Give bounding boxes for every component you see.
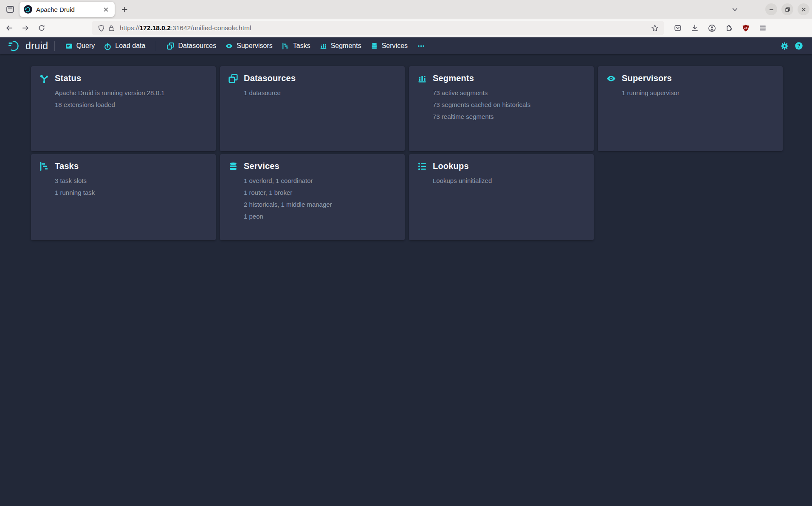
nav-item-load-data[interactable]: Load data [99,37,150,54]
card-line: 1 router, 1 broker [244,187,396,199]
druid-logo[interactable]: druid [8,39,48,52]
plus-icon [121,6,128,13]
nav-item-tasks[interactable]: Tasks [277,37,315,54]
forward-button[interactable] [19,21,32,35]
nav-item-label: Datasources [178,42,216,50]
tab-close-button[interactable] [101,5,110,14]
card-tasks[interactable]: Tasks 3 task slots 1 running task [31,154,216,240]
card-line: Apache Druid is running version 28.0.1 [55,87,207,99]
nav-item-datasources[interactable]: Datasources [162,37,221,54]
lock-warning-icon[interactable] [106,23,116,33]
eye-icon [606,74,616,83]
multi-select-icon [167,42,174,50]
chevron-down-icon [732,6,738,13]
downloads-button[interactable] [688,21,702,35]
firefox-view-button[interactable] [3,3,17,16]
bar-chart-icon [417,74,427,83]
navbar-divider [54,41,55,51]
settings-button[interactable] [777,39,792,53]
card-title: Segments [433,73,474,83]
database-icon [371,42,378,50]
minimize-icon [769,7,774,12]
card-status[interactable]: Status Apache Druid is running version 2… [31,66,216,151]
nav-item-query[interactable]: Query [61,37,100,54]
card-supervisors[interactable]: Supervisors 1 running supervisor [598,66,783,151]
window-close-button[interactable] [798,3,809,15]
url-text: https://172.18.0.2:31642/unified-console… [120,24,650,32]
extensions-button[interactable] [722,21,736,35]
card-line: 73 active segments [433,87,585,99]
database-icon [228,162,238,171]
card-line: Lookups uninitialized [433,175,585,187]
browser-toolbar: https://172.18.0.2:31642/unified-console… [0,19,812,37]
gear-icon [781,42,789,50]
forward-icon [22,24,29,32]
list-all-tabs-button[interactable] [729,3,741,15]
help-icon: ? [795,42,803,50]
window-restore-button[interactable] [781,3,793,15]
close-icon [801,7,806,12]
card-services[interactable]: Services 1 overlord, 1 coordinator 1 rou… [220,154,405,240]
card-title: Datasources [244,73,296,83]
card-title: Services [244,161,279,171]
card-lookups[interactable]: Lookups Lookups uninitialized [409,154,594,240]
tab-favicon-druid-icon [24,5,32,14]
card-line: 73 realtime segments [433,111,585,123]
tab-title: Apache Druid [36,6,101,13]
nav-item-label: Services [382,42,408,50]
new-tab-button[interactable] [118,3,131,16]
restore-icon [785,7,790,12]
card-line: 1 running supervisor [622,87,774,99]
multi-select-icon [228,74,238,83]
tracking-protection-shield-icon[interactable] [96,23,106,33]
reload-icon [38,24,45,32]
card-line: 1 running task [55,187,207,199]
menu-button[interactable] [756,21,770,35]
nav-item-supervisors[interactable]: Supervisors [221,37,277,54]
close-icon [103,7,109,12]
svg-text:uO: uO [744,27,747,29]
url-bar[interactable]: https://172.18.0.2:31642/unified-console… [92,21,664,35]
upload-icon [104,42,111,50]
account-icon [708,24,716,32]
gantt-icon [39,162,49,171]
nav-item-label: Load data [115,42,145,50]
nav-item-label: Query [76,42,95,50]
back-icon [6,24,13,32]
card-line: 18 extensions loaded [55,99,207,111]
properties-list-icon [417,162,427,171]
help-button[interactable]: ? [792,39,806,53]
more-dots-icon [417,42,425,50]
url-host: 172.18.0.2 [140,24,171,31]
card-datasources[interactable]: Datasources 1 datasource [220,66,405,151]
druid-logo-icon [8,39,22,52]
gantt-icon [282,42,289,50]
reload-button[interactable] [35,21,48,35]
browser-tab[interactable]: Apache Druid [20,2,115,17]
druid-navbar: druid Query Load data Datasources [0,37,812,54]
card-line: 3 task slots [55,175,207,187]
ublock-shield-icon: uO [742,24,750,32]
nav-item-label: Segments [331,42,361,50]
hamburger-icon [759,24,767,32]
card-title: Supervisors [622,73,672,83]
card-segments[interactable]: Segments 73 active segments 73 segments … [409,66,594,151]
graph-icon [39,74,49,83]
card-line: 1 peon [244,211,396,222]
bookmark-star-icon[interactable] [650,23,660,33]
window-minimize-button[interactable] [765,3,777,15]
back-button[interactable] [3,21,16,35]
nav-item-label: Supervisors [237,42,272,50]
ublock-button[interactable]: uO [739,21,753,35]
nav-more-button[interactable] [412,37,430,54]
home-view: Status Apache Druid is running version 2… [0,54,812,240]
nav-item-services[interactable]: Services [366,37,412,54]
eye-icon [226,42,233,50]
svg-text:?: ? [797,43,800,49]
browser-titlebar: Apache Druid [0,0,812,19]
account-button[interactable] [705,21,719,35]
pocket-button[interactable] [671,21,685,35]
firefox-view-icon [6,5,14,14]
nav-item-segments[interactable]: Segments [315,37,366,54]
extensions-puzzle-icon [725,24,733,32]
